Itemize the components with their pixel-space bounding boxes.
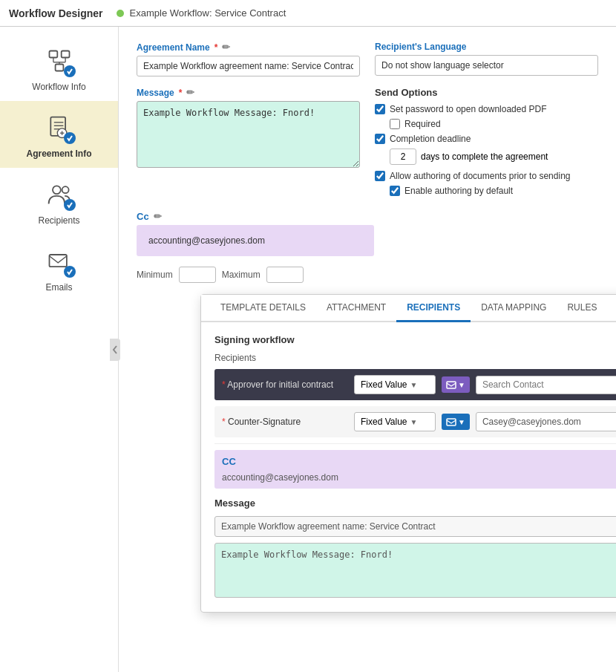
recipient2-type-dropdown[interactable]: Fixed Value ▼: [354, 412, 436, 431]
workflow-info-badge: [64, 65, 76, 77]
cc-section-title: CC: [222, 456, 616, 467]
agreement-name-label: Agreement Name * ✏: [137, 42, 360, 53]
maximum-input[interactable]: [266, 267, 304, 283]
recipient-row-2: * Counter-Signature Fixed Value ▼ ▼: [214, 406, 616, 437]
svg-rect-18: [447, 382, 456, 388]
svg-point-15: [53, 186, 61, 194]
recipients-badge: [64, 199, 76, 211]
days-row: days to complete the agreement: [390, 149, 598, 165]
recipient1-type-arrow-icon: ▼: [410, 381, 417, 389]
message-col: Message * ✏ Example Workflow Message: Fn…: [137, 87, 360, 200]
cc-email-value: accounting@caseyjones.dom: [222, 472, 338, 483]
svg-rect-0: [49, 51, 57, 58]
recipient2-dropdown-chevron-icon: ▼: [458, 418, 465, 426]
cc-input-wrap: [137, 225, 374, 256]
agreement-name-edit-icon[interactable]: ✏: [222, 42, 230, 53]
sidebar-item-agreement-info[interactable]: Agreement Info: [0, 101, 118, 168]
recipients-language-label: Recipient's Language: [375, 42, 598, 52]
recipient1-dropdown-chevron-icon: ▼: [458, 381, 465, 389]
sidebar: Workflow Info Agreement Info: [0, 27, 119, 672]
checkbox-authoring-default-row: Enable authoring by default: [390, 186, 598, 196]
cc-label: Cc ✏: [137, 211, 374, 222]
app-title: Workflow Designer: [9, 7, 103, 19]
signing-workflow-title: Signing workflow: [214, 334, 616, 345]
sidebar-item-workflow-info-label: Workflow Info: [32, 82, 85, 92]
checkbox-authoring-row: Allow authoring of documents prior to se…: [375, 171, 598, 181]
sidebar-item-workflow-info[interactable]: Workflow Info: [0, 34, 118, 101]
agreement-name-input[interactable]: [137, 56, 360, 76]
message-section-title: Message: [214, 498, 616, 509]
top-bar: Workflow Designer Example Workflow: Serv…: [0, 0, 616, 27]
svg-rect-19: [447, 419, 456, 425]
sidebar-item-agreement-info-label: Agreement Info: [26, 149, 91, 159]
svg-point-16: [62, 186, 68, 193]
sidebar-item-emails[interactable]: Emails: [0, 235, 118, 301]
checkbox-authoring-default[interactable]: [390, 186, 400, 196]
recipient1-label: * Approver for initial contract: [222, 379, 348, 390]
sidebar-item-recipients[interactable]: Recipients: [0, 168, 118, 235]
tab-recipients[interactable]: RECIPIENTS: [396, 295, 471, 322]
workflow-info-icon-area: [42, 43, 77, 79]
form-row-cc: Cc ✏: [137, 211, 598, 261]
send-options-title: Send Options: [375, 87, 598, 98]
checkbox-authoring[interactable]: [375, 171, 385, 181]
tab-attachment[interactable]: ATTACHMENT: [316, 295, 396, 322]
recipients-language-input[interactable]: [375, 55, 598, 76]
agreement-info-badge: [64, 132, 76, 144]
message-name-input[interactable]: [214, 516, 616, 537]
form-row-message: Message * ✏ Example Workflow Message: Fn…: [137, 87, 598, 200]
cc-input[interactable]: [142, 231, 368, 250]
recipient2-icon-button[interactable]: ▼: [442, 414, 470, 430]
recipient1-search-wrap: 🔍: [476, 376, 616, 394]
checkbox-required[interactable]: [390, 119, 400, 129]
recipient2-type-arrow-icon: ▼: [410, 418, 417, 426]
sidebar-item-recipients-label: Recipients: [38, 215, 79, 226]
status-dot: [117, 10, 124, 17]
main-layout: Workflow Info Agreement Info: [0, 27, 616, 672]
recipients-subsection-title: Recipients: [214, 353, 616, 363]
message-textarea[interactable]: Example Workflow Message: Fnord!: [137, 101, 360, 168]
tabs-panel: TEMPLATE DETAILS ATTACHMENT RECIPIENTS D…: [200, 294, 616, 613]
recipient2-value-input[interactable]: [476, 412, 616, 431]
recipient2-label: * Counter-Signature: [222, 417, 348, 427]
svg-rect-1: [61, 51, 69, 58]
checkbox-deadline[interactable]: [375, 134, 385, 144]
workflow-name: Example Workflow: Service Contract: [130, 7, 286, 19]
cc-section: CC accounting@caseyjones.dom: [214, 450, 616, 489]
sidebar-item-emails-label: Emails: [45, 282, 72, 293]
svg-rect-17: [49, 255, 66, 267]
recipients-language-col: Recipient's Language: [375, 42, 598, 76]
checkbox-password-row: Set password to open downloaded PDF: [375, 104, 598, 114]
recipient1-type-dropdown[interactable]: Fixed Value ▼: [354, 375, 436, 394]
min-max-row: Minimum Maximum: [137, 267, 598, 283]
message-section: Message Example Workflow Message: Fnord!: [214, 498, 616, 600]
emails-badge: [64, 266, 76, 278]
recipient-row-1: * Approver for initial contract Fixed Va…: [214, 369, 616, 400]
cc-edit-icon[interactable]: ✏: [154, 211, 162, 222]
content-area: Agreement Name * ✏ Recipient's Language …: [119, 27, 616, 672]
recipient1-icon-button[interactable]: ▼: [442, 376, 470, 393]
recipient1-search-input[interactable]: [482, 379, 616, 390]
recipients-icon-area: [42, 177, 77, 212]
checkbox-password[interactable]: [375, 104, 385, 114]
tab-content: Signing workflow Recipients * Approver f…: [201, 322, 616, 612]
minimum-input[interactable]: [179, 267, 216, 283]
send-options-col: Send Options Set password to open downlo…: [375, 87, 598, 200]
svg-rect-2: [55, 65, 63, 71]
agreement-info-icon-area: [42, 110, 77, 146]
checkbox-deadline-row: Completion deadline: [375, 134, 598, 144]
cc-col: Cc ✏: [137, 211, 374, 261]
sidebar-collapse-button[interactable]: [110, 339, 120, 361]
message-body-textarea[interactable]: Example Workflow Message: Fnord!: [214, 543, 616, 598]
checkbox-required-row: Required: [390, 119, 598, 129]
form-row-names: Agreement Name * ✏ Recipient's Language: [137, 42, 598, 76]
tab-rules[interactable]: RULES: [557, 295, 607, 322]
tab-data-mapping[interactable]: DATA MAPPING: [471, 295, 557, 322]
emails-icon-area: [42, 244, 77, 279]
tab-template-details[interactable]: TEMPLATE DETAILS: [210, 295, 316, 322]
days-input[interactable]: [390, 149, 416, 165]
message-edit-icon[interactable]: ✏: [186, 87, 194, 98]
message-label: Message * ✏: [137, 87, 360, 98]
agreement-name-col: Agreement Name * ✏: [137, 42, 360, 76]
tab-bar: TEMPLATE DETAILS ATTACHMENT RECIPIENTS D…: [201, 295, 616, 322]
